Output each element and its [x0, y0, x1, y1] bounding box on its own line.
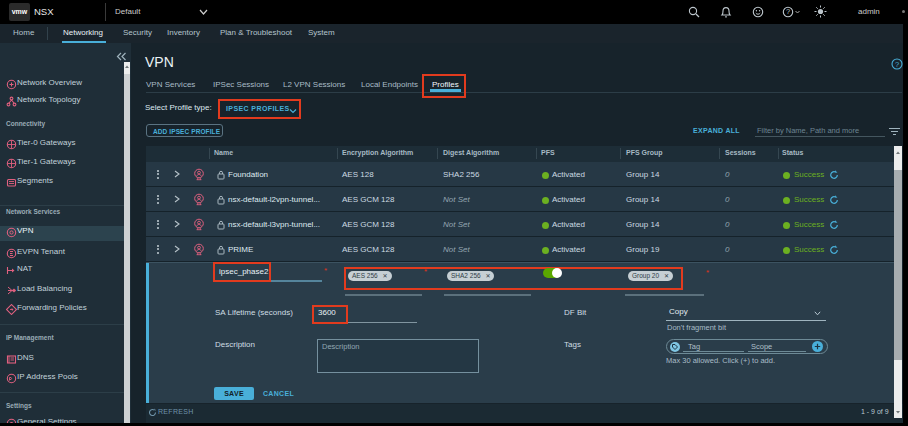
svg-text:?: ?: [786, 7, 790, 16]
svg-text:?: ?: [895, 60, 899, 69]
